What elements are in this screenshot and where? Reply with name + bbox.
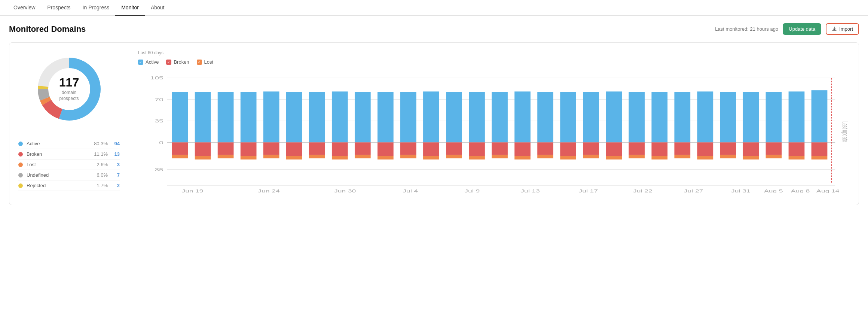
svg-rect-52 — [423, 142, 439, 156]
donut-label: domain prospects — [59, 90, 79, 101]
svg-rect-96 — [766, 92, 782, 142]
svg-rect-58 — [469, 142, 485, 156]
svg-rect-98 — [766, 155, 782, 158]
svg-rect-71 — [560, 156, 576, 160]
svg-text:Jun 30: Jun 30 — [334, 189, 356, 194]
nav-in-progress[interactable]: In Progress — [77, 0, 116, 16]
svg-rect-83 — [651, 156, 667, 160]
svg-rect-87 — [697, 91, 713, 142]
import-button[interactable]: Import — [826, 23, 859, 35]
svg-rect-104 — [812, 156, 828, 160]
svg-rect-84 — [674, 92, 690, 142]
svg-rect-47 — [378, 156, 394, 160]
svg-rect-22 — [195, 142, 211, 156]
page-header: Monitored Domains Last monitored: 21 hou… — [9, 23, 859, 35]
svg-rect-81 — [651, 92, 667, 142]
svg-text:35: 35 — [155, 167, 163, 172]
svg-rect-93 — [743, 92, 759, 142]
svg-rect-36 — [309, 92, 325, 142]
svg-rect-44 — [355, 155, 371, 158]
chart-legend: ✓ Active ✓ Broken ✓ Lost — [138, 59, 850, 65]
chart-area: 105 70 35 0 35 Jun 19 Jun 24 Jun 30 Jul … — [138, 70, 850, 197]
svg-rect-97 — [766, 142, 782, 155]
svg-rect-39 — [332, 91, 348, 142]
svg-rect-38 — [309, 155, 325, 158]
svg-rect-94 — [743, 142, 759, 156]
svg-text:Last update: Last update — [841, 121, 849, 142]
nav-overview[interactable]: Overview — [7, 0, 41, 16]
svg-rect-61 — [492, 142, 508, 155]
svg-rect-46 — [378, 142, 394, 156]
svg-rect-35 — [286, 156, 302, 160]
svg-rect-102 — [812, 90, 828, 142]
broken-legend-icon: ✓ — [166, 60, 171, 65]
svg-rect-73 — [583, 142, 599, 155]
svg-rect-80 — [629, 155, 645, 158]
nav-prospects[interactable]: Prospects — [41, 0, 76, 16]
svg-rect-57 — [469, 92, 485, 142]
svg-rect-50 — [400, 155, 416, 158]
header-right: Last monitored: 21 hours ago Update data… — [715, 23, 859, 35]
svg-rect-53 — [423, 156, 439, 160]
svg-text:Jul 22: Jul 22 — [633, 189, 652, 194]
svg-rect-95 — [743, 156, 759, 160]
svg-rect-89 — [697, 156, 713, 160]
svg-rect-41 — [332, 156, 348, 160]
bar-chart-svg: 105 70 35 0 35 Jun 19 Jun 24 Jun 30 Jul … — [138, 70, 850, 197]
chart-legend-active: ✓ Active — [138, 59, 159, 65]
svg-rect-28 — [241, 142, 257, 156]
svg-rect-100 — [789, 142, 805, 156]
chart-legend-lost: ✓ Lost — [197, 59, 214, 65]
update-data-button[interactable]: Update data — [783, 23, 821, 35]
svg-rect-21 — [195, 92, 211, 142]
legend-item-rejected: Rejected 1.7% 2 — [18, 180, 120, 191]
svg-text:Aug 14: Aug 14 — [816, 189, 840, 194]
svg-rect-72 — [583, 92, 599, 142]
svg-rect-75 — [606, 91, 622, 142]
svg-rect-70 — [560, 142, 576, 156]
svg-rect-25 — [218, 142, 234, 155]
svg-rect-34 — [286, 142, 302, 156]
svg-rect-69 — [560, 92, 576, 142]
svg-rect-99 — [789, 91, 805, 142]
svg-rect-51 — [423, 91, 439, 142]
svg-rect-86 — [674, 155, 690, 158]
svg-rect-88 — [697, 142, 713, 156]
svg-rect-27 — [241, 92, 257, 142]
nav-bar: Overview Prospects In Progress Monitor A… — [0, 0, 868, 16]
right-panel: Last 60 days ✓ Active ✓ Broken ✓ Lost — [129, 43, 859, 205]
chart-subtitle: Last 60 days — [138, 50, 850, 55]
svg-rect-67 — [537, 142, 553, 155]
legend-dot-rejected — [18, 183, 23, 188]
page-title: Monitored Domains — [9, 24, 86, 34]
svg-rect-23 — [195, 156, 211, 160]
svg-rect-65 — [514, 156, 531, 160]
svg-rect-45 — [378, 92, 394, 142]
donut-total: 117 — [59, 76, 79, 88]
svg-rect-64 — [514, 142, 531, 156]
lost-legend-icon: ✓ — [197, 60, 202, 65]
legend-item-active: Active 80.3% 94 — [18, 139, 120, 149]
svg-rect-29 — [241, 156, 257, 160]
donut-center: 117 domain prospects — [59, 76, 79, 101]
svg-text:Jul 13: Jul 13 — [520, 189, 540, 194]
active-legend-icon: ✓ — [138, 60, 143, 65]
svg-rect-42 — [355, 92, 371, 142]
main-card: 117 domain prospects Active 80.3% 94 — [9, 42, 859, 205]
legend: Active 80.3% 94 Broken 11.1% 13 Lost 2.6… — [18, 139, 120, 191]
svg-rect-78 — [629, 92, 645, 142]
svg-rect-66 — [537, 92, 553, 142]
nav-about[interactable]: About — [145, 0, 171, 16]
svg-rect-60 — [492, 92, 508, 142]
svg-rect-55 — [446, 142, 462, 155]
legend-dot-undefined — [18, 173, 23, 177]
svg-rect-101 — [789, 156, 805, 160]
svg-text:Jul 9: Jul 9 — [464, 189, 480, 194]
svg-rect-103 — [812, 142, 828, 156]
svg-rect-90 — [720, 92, 736, 142]
svg-rect-56 — [446, 155, 462, 158]
svg-text:35: 35 — [155, 118, 163, 124]
svg-rect-82 — [651, 142, 667, 156]
svg-rect-32 — [263, 155, 279, 158]
nav-monitor[interactable]: Monitor — [115, 0, 145, 16]
